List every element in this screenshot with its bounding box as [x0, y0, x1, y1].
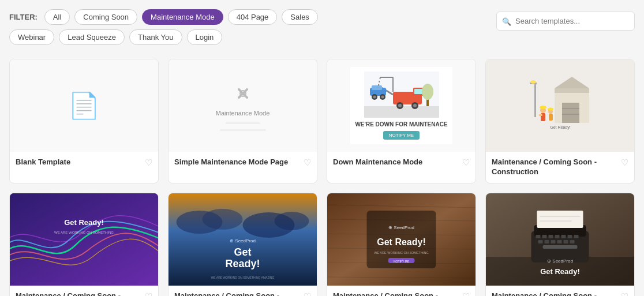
svg-rect-26	[555, 88, 589, 93]
svg-text:⊕ SeedProd: ⊕ SeedProd	[547, 258, 573, 264]
template-card-down-maintenance[interactable]: WE'RE DOWN FOR MAINTENACE NOTIFY ME Down…	[327, 59, 476, 183]
template-thumb-down-maintenance: WE'RE DOWN FOR MAINTENACE NOTIFY ME	[327, 59, 475, 152]
svg-rect-36	[539, 114, 542, 116]
card-info-threads: Maintenance / Coming Soon - Threads ♡	[10, 286, 158, 296]
template-title-construction: Maintenance / Coming Soon - Construction	[492, 158, 617, 177]
template-card-blank[interactable]: 📄 Blank Template ♡	[9, 59, 159, 183]
favorite-btn-dark-clouds[interactable]: ♡	[304, 291, 311, 296]
card-info-simple-maintenance: Simple Maintenance Mode Page ♡	[169, 152, 317, 174]
filter-btn-webinar[interactable]: Webinar	[9, 29, 54, 45]
filter-btn-404[interactable]: 404 Page	[228, 9, 278, 25]
template-card-dark-clouds[interactable]: ⊕ SeedProd Get Ready! WE ARE WORKING ON …	[168, 193, 317, 296]
simple-maint-preview: Maintenance Mode	[216, 81, 270, 131]
card-info-construction: Maintenance / Coming Soon - Construction…	[486, 152, 634, 183]
filter-section: FILTER: All Coming Soon Maintenance Mode…	[9, 9, 318, 50]
svg-rect-7	[414, 89, 422, 94]
favorite-btn-threads[interactable]: ♡	[145, 291, 152, 296]
search-box: 🔍	[496, 12, 635, 31]
template-thumb-wood: ⊕ SeedProd Get Ready! WE ARE WORKING ON …	[327, 193, 475, 286]
filter-btn-thank-you[interactable]: Thank You	[129, 29, 182, 45]
svg-rect-79	[545, 240, 549, 243]
card-info-wood: Maintenance / Coming Soon - Wood ♡	[327, 286, 475, 296]
svg-rect-71	[536, 235, 541, 238]
wrench-cross-icon	[230, 81, 256, 106]
svg-rect-77	[574, 235, 579, 238]
filter-btn-maintenance-mode[interactable]: Maintenance Mode	[142, 9, 223, 25]
svg-text:Get Ready!: Get Ready!	[64, 218, 104, 227]
svg-rect-28	[562, 103, 579, 123]
template-card-typewriter[interactable]: ⊕ SeedProd Get Ready! Maintenance / Comi…	[485, 193, 635, 296]
svg-rect-72	[542, 235, 547, 238]
template-thumb-dark-clouds: ⊕ SeedProd Get Ready! WE ARE WORKING ON …	[169, 193, 317, 286]
template-card-simple-maintenance[interactable]: Maintenance Mode Simple Maintenance Mode…	[168, 59, 317, 183]
down-maint-preview: WE'RE DOWN FOR MAINTENACE NOTIFY ME	[350, 67, 452, 144]
svg-rect-80	[551, 240, 556, 243]
filter-btn-lead-squeeze[interactable]: Lead Squeeze	[59, 29, 125, 45]
template-thumb-typewriter: ⊕ SeedProd Get Ready!	[486, 193, 634, 286]
svg-point-33	[530, 80, 536, 84]
favorite-btn-down-maintenance[interactable]: ♡	[462, 158, 470, 168]
svg-text:Get Ready!: Get Ready!	[540, 267, 580, 276]
template-title-typewriter: Maintenance / Coming Soon -	[492, 291, 617, 296]
favorite-btn-simple-maintenance[interactable]: ♡	[304, 158, 311, 168]
wood-svg: ⊕ SeedProd Get Ready! WE ARE WORKING ON …	[327, 193, 475, 286]
svg-rect-73	[549, 235, 553, 238]
svg-point-18	[381, 96, 384, 99]
search-input[interactable]	[496, 12, 635, 31]
filter-btn-all[interactable]: All	[44, 9, 70, 25]
svg-text:NOTIFY ME: NOTIFY ME	[394, 259, 410, 263]
favorite-btn-wood[interactable]: ♡	[462, 291, 470, 296]
threads-waves-svg: Get Ready! WE ARE WORKING ON SOMETHING	[10, 193, 158, 286]
down-maint-cta: NOTIFY ME	[383, 131, 420, 140]
svg-point-39	[540, 106, 546, 109]
svg-text:Get: Get	[234, 246, 251, 258]
file-icon: 📄	[68, 91, 100, 121]
svg-rect-74	[555, 235, 560, 238]
svg-point-49	[275, 212, 309, 230]
card-info-dark-clouds: Maintenance / Coming Soon - ♡	[169, 286, 317, 296]
svg-text:Get Ready!: Get Ready!	[377, 237, 425, 247]
template-title-threads: Maintenance / Coming Soon - Threads	[16, 291, 141, 296]
template-card-threads[interactable]: Get Ready! WE ARE WORKING ON SOMETHING M…	[9, 193, 159, 296]
svg-point-23	[422, 84, 433, 100]
template-thumb-simple-maintenance: Maintenance Mode	[169, 59, 317, 152]
favorite-btn-blank[interactable]: ♡	[145, 158, 152, 168]
svg-rect-31	[534, 83, 536, 117]
down-maint-headline: WE'RE DOWN FOR MAINTENACE	[355, 121, 447, 128]
search-icon: 🔍	[502, 17, 511, 25]
filter-btn-sales[interactable]: Sales	[282, 9, 318, 25]
templates-grid: 📄 Blank Template ♡ Maintenance Mode	[9, 59, 635, 296]
card-info-blank: Blank Template ♡	[10, 152, 158, 174]
svg-rect-75	[561, 235, 566, 238]
template-card-wood[interactable]: ⊕ SeedProd Get Ready! WE ARE WORKING ON …	[327, 193, 476, 296]
template-title-simple-maintenance: Simple Maintenance Mode Page	[174, 158, 300, 167]
svg-rect-84	[543, 245, 578, 249]
typewriter-svg: ⊕ SeedProd Get Ready!	[486, 193, 634, 286]
svg-rect-38	[549, 114, 553, 121]
template-thumb-construction: Get Ready!	[486, 59, 634, 152]
template-title-blank: Blank Template	[16, 158, 141, 167]
template-title-wood: Maintenance / Coming Soon - Wood	[333, 291, 459, 296]
svg-text:WE ARE WORKING ON SOMETHING: WE ARE WORKING ON SOMETHING	[374, 251, 428, 254]
favorite-btn-construction[interactable]: ♡	[621, 158, 628, 168]
svg-rect-85	[537, 211, 583, 228]
svg-point-9	[398, 104, 402, 107]
favorite-btn-typewriter[interactable]: ♡	[621, 291, 628, 296]
filter-row-1: FILTER: All Coming Soon Maintenance Mode…	[9, 9, 318, 25]
template-thumb-threads: Get Ready! WE ARE WORKING ON SOMETHING	[10, 193, 158, 286]
dark-clouds-svg: ⊕ SeedProd Get Ready! WE ARE WORKING ON …	[169, 193, 317, 286]
svg-rect-78	[538, 240, 543, 243]
card-info-typewriter: Maintenance / Coming Soon - ♡	[486, 286, 634, 296]
svg-text:Ready!: Ready!	[225, 258, 260, 269]
svg-point-47	[203, 209, 243, 230]
svg-rect-76	[568, 235, 572, 238]
filter-btn-coming-soon[interactable]: Coming Soon	[74, 9, 137, 25]
template-card-construction[interactable]: Get Ready! Maintenance / Coming Soon - C…	[485, 59, 635, 183]
filter-btn-login[interactable]: Login	[187, 29, 223, 45]
svg-rect-14	[372, 85, 382, 90]
simple-maint-text: Maintenance Mode	[216, 110, 270, 117]
svg-text:⊕ SeedProd: ⊕ SeedProd	[230, 238, 256, 243]
svg-point-40	[548, 108, 553, 111]
svg-text:WE ARE WORKING ON SOMETHING AM: WE ARE WORKING ON SOMETHING AMAZING	[211, 276, 275, 279]
svg-point-11	[413, 104, 417, 107]
